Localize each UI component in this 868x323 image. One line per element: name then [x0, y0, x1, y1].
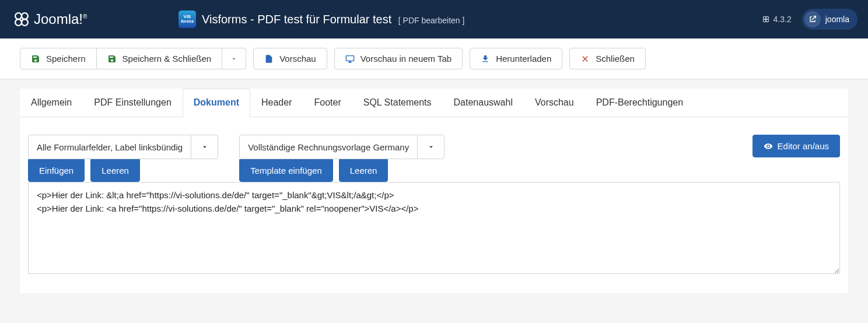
content: Allgemein PDF Einstellungen Dokument Hea…: [0, 89, 868, 293]
close-icon: [580, 54, 590, 64]
clear-field-button[interactable]: Leeren: [90, 159, 140, 182]
download-button[interactable]: Herunterladen: [470, 48, 562, 69]
field-select[interactable]: Alle Formularfelder, Label linksbündig: [28, 135, 218, 159]
save-dropdown-button[interactable]: [222, 48, 246, 69]
field-select-caret[interactable]: [191, 135, 218, 159]
template-select-caret[interactable]: [417, 135, 444, 159]
page-subtitle: [ PDF bearbeiten ]: [398, 16, 465, 25]
field-insert-group: Alle Formularfelder, Label linksbündig E…: [28, 135, 218, 182]
svg-point-2: [15, 19, 22, 26]
version-text: 4.3.2: [774, 15, 792, 24]
page-title: Visforms - PDF test für Formular test: [202, 13, 391, 26]
toolbar: Speichern Speichern & Schließen Vorschau…: [0, 38, 868, 79]
tab-allgemein[interactable]: Allgemein: [20, 89, 83, 117]
template-insert-group: Vollständige Rechnungsvorlage Germany Te…: [239, 135, 444, 182]
svg-point-0: [15, 13, 22, 19]
preview-new-tab-button[interactable]: Vorschau in neuem Tab: [334, 48, 463, 69]
tab-vorschau[interactable]: Vorschau: [524, 89, 585, 117]
eye-icon: [764, 142, 773, 151]
svg-point-4: [763, 16, 766, 19]
top-header: Joomla!® VIS forms Visforms - PDF test f…: [0, 0, 868, 38]
document-code-editor[interactable]: [28, 182, 840, 274]
save-close-button[interactable]: Speichern & Schließen: [97, 48, 223, 69]
chevron-down-icon: [230, 55, 237, 62]
save-button-group: Speichern Speichern & Schließen: [20, 48, 246, 69]
brand-text: Joomla!: [34, 11, 83, 27]
tab-dokument[interactable]: Dokument: [183, 89, 250, 117]
user-menu[interactable]: joomla: [802, 9, 858, 30]
tab-pdf-einstellungen[interactable]: PDF Einstellungen: [83, 89, 183, 117]
tab-footer[interactable]: Footer: [303, 89, 352, 117]
joomla-small-icon: [762, 15, 770, 23]
template-select[interactable]: Vollständige Rechnungsvorlage Germany: [239, 135, 444, 159]
field-select-value: Alle Formularfelder, Label linksbündig: [29, 135, 191, 159]
preview-button[interactable]: Vorschau: [253, 48, 327, 69]
document-panel: Alle Formularfelder, Label linksbündig E…: [20, 117, 848, 293]
visforms-icon: VIS forms: [178, 10, 196, 28]
tab-datenauswahl[interactable]: Datenauswahl: [443, 89, 524, 117]
chevron-down-icon: [427, 143, 435, 151]
title-area: VIS forms Visforms - PDF test für Formul…: [169, 0, 751, 38]
svg-point-5: [766, 16, 769, 19]
chevron-down-icon: [201, 143, 209, 151]
user-name: joomla: [825, 15, 849, 24]
insert-field-button[interactable]: Einfügen: [28, 159, 85, 182]
template-select-value: Vollständige Rechnungsvorlage Germany: [240, 135, 417, 159]
save-icon: [107, 54, 117, 64]
clear-template-button[interactable]: Leeren: [339, 159, 388, 182]
tab-header[interactable]: Header: [250, 89, 303, 117]
desktop-icon: [345, 54, 355, 64]
header-right: 4.3.2 joomla: [751, 0, 868, 38]
brand-area[interactable]: Joomla!®: [0, 0, 169, 38]
joomla-icon: [14, 12, 29, 27]
tab-sql-statements[interactable]: SQL Statements: [352, 89, 443, 117]
trademark-icon: ®: [83, 13, 87, 20]
file-icon: [264, 54, 274, 64]
save-icon: [31, 54, 40, 64]
save-button[interactable]: Speichern: [20, 48, 97, 69]
joomla-logo: Joomla!®: [14, 11, 87, 27]
download-icon: [481, 54, 490, 64]
tab-pdf-berechtigungen[interactable]: PDF-Berechtigungen: [585, 89, 694, 117]
editor-toggle-button[interactable]: Editor an/aus: [752, 135, 840, 157]
svg-point-1: [22, 13, 28, 19]
tabs: Allgemein PDF Einstellungen Dokument Hea…: [20, 89, 848, 117]
external-link-icon: [808, 15, 817, 24]
joomla-version[interactable]: 4.3.2: [762, 15, 792, 24]
svg-point-7: [766, 19, 769, 22]
close-button[interactable]: Schließen: [569, 48, 646, 69]
svg-point-3: [22, 19, 28, 26]
insert-template-button[interactable]: Template einfügen: [239, 159, 333, 182]
svg-point-6: [763, 19, 766, 22]
